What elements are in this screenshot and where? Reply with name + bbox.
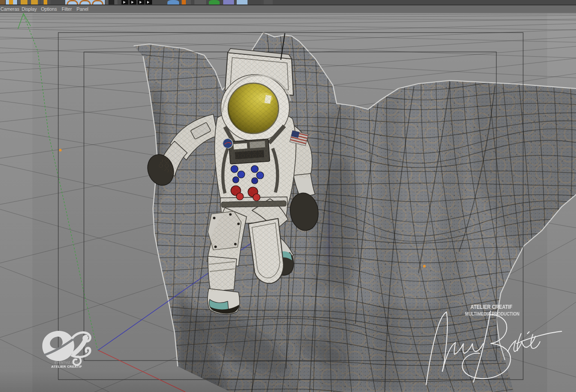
svg-text:MULTIMEDIA PRODUCTION: MULTIMEDIA PRODUCTION <box>465 311 520 316</box>
svg-text:ATELIER CREATIF: ATELIER CREATIF <box>471 303 513 310</box>
svg-text:EVENTVIZ.COM: EVENTVIZ.COM <box>54 361 79 364</box>
svg-text:ATELIER CREATIF: ATELIER CREATIF <box>51 365 82 369</box>
